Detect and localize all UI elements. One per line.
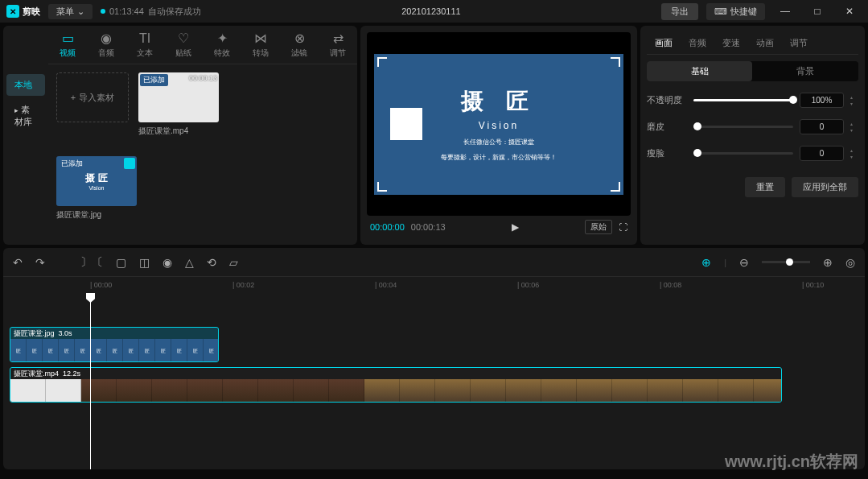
media-name: 摄匠课堂.mp4	[138, 126, 219, 137]
video-icon: ▭	[62, 31, 74, 46]
close-button[interactable]: ✕	[837, 3, 862, 19]
slim-slider[interactable]	[693, 152, 793, 155]
slim-label: 瘦脸	[647, 147, 687, 159]
sidebar-library[interactable]: 素材库	[6, 99, 45, 133]
step-up[interactable]: ▴	[850, 94, 858, 100]
preview-panel: 摄 匠 Vision 长任微信公号：摄匠课堂 每要摄影，设计，新媒，市公营销等等…	[360, 26, 637, 245]
playhead[interactable]	[90, 293, 91, 469]
media-item[interactable]: 已添加 摄 匠Vision 摄匠课堂.jpg	[56, 156, 137, 221]
titlebar: ✕ 剪映 菜单⌄ 01:13:44 自动保存成功 202101230111 导出…	[0, 0, 868, 23]
freeze-button[interactable]: ▱	[229, 256, 238, 269]
play-button[interactable]: ▶	[512, 221, 519, 233]
media-tabs: ▭视频 ◉音频 TI文本 ♡贴纸 ✦特效 ⋈转场 ⊗滤镜 ⇄调节	[48, 26, 357, 64]
smooth-slider[interactable]	[693, 126, 793, 128]
plus-icon: +	[71, 93, 76, 102]
menu-button[interactable]: 菜单⌄	[48, 4, 93, 19]
added-badge: 已添加	[58, 158, 86, 170]
snap-button[interactable]: ⊕	[701, 256, 711, 269]
preview-video[interactable]: 摄 匠 Vision 长任微信公号：摄匠课堂 每要摄影，设计，新媒，市公营销等等…	[367, 32, 631, 216]
zoom-out-button[interactable]: ⊖	[739, 256, 749, 269]
minimize-button[interactable]: —	[773, 3, 797, 19]
rp-tab-adjust[interactable]: 调节	[782, 32, 816, 54]
fullscreen-button[interactable]: ⛶	[619, 222, 627, 232]
text-icon: TI	[139, 31, 150, 46]
rp-tab-audio[interactable]: 音频	[681, 32, 714, 54]
tab-effect[interactable]: ✦特效	[203, 26, 241, 64]
step-down[interactable]: ▾	[850, 127, 858, 133]
subtab-basic[interactable]: 基础	[647, 61, 753, 81]
speed-button[interactable]: ◉	[162, 256, 172, 269]
media-type-icon	[124, 158, 135, 169]
reset-button[interactable]: 重置	[745, 177, 785, 197]
media-item[interactable]: 已添加 00:00:13 摄匠课堂.mp4	[138, 72, 219, 137]
tab-audio[interactable]: ◉音频	[87, 26, 125, 64]
media-name: 摄匠课堂.jpg	[56, 209, 137, 221]
watermark: www.rjtj.cn软荐网	[725, 451, 858, 473]
opacity-slider[interactable]	[693, 99, 793, 101]
crop-button[interactable]: ◫	[139, 256, 150, 269]
split-button[interactable]: 〕〔	[80, 255, 103, 270]
preview-text: 每要摄影，设计，新媒，市公营销等等！	[441, 153, 557, 162]
tab-sticker[interactable]: ♡贴纸	[164, 26, 203, 64]
timeline: ↶ ↷ 〕〔 ▢ ◫ ◉ △ ⟲ ▱ ⊕ | ⊖ ⊕ ◎ | 00:00 | 0…	[3, 248, 865, 469]
step-up[interactable]: ▴	[850, 121, 858, 126]
transition-icon: ⋈	[254, 31, 267, 46]
mirror-button[interactable]: ⟲	[207, 256, 216, 269]
audio-icon: ◉	[101, 31, 112, 46]
current-time: 00:00:00	[370, 222, 405, 232]
media-duration: 00:00:13	[189, 74, 217, 82]
preview-subtitle: Vision	[479, 120, 519, 131]
chevron-down-icon: ⌄	[77, 6, 84, 17]
rp-tab-animation[interactable]: 动画	[748, 32, 782, 54]
tab-video[interactable]: ▭视频	[48, 26, 87, 64]
tab-adjust[interactable]: ⇄调节	[319, 26, 357, 64]
ratio-button[interactable]: 原始	[585, 220, 612, 234]
preview-title: 摄 匠	[461, 86, 537, 117]
app-logo: ✕ 剪映	[6, 5, 40, 18]
app-name: 剪映	[23, 6, 40, 18]
project-name: 202101230111	[209, 6, 653, 16]
smooth-label: 磨皮	[647, 121, 687, 133]
zoom-in-button[interactable]: ⊕	[823, 256, 833, 269]
sidebar-local[interactable]: 本地	[6, 74, 45, 96]
effect-icon: ✦	[217, 31, 228, 46]
timeline-ruler[interactable]: | 00:00 | 00:02 | 00:04 | 00:06 | 00:08 …	[3, 277, 865, 293]
zoom-slider[interactable]	[762, 261, 810, 263]
qr-code	[390, 108, 422, 140]
import-media-button[interactable]: +导入素材	[56, 72, 129, 122]
clip-image[interactable]: 摄匠课堂.jpg 3.0s 匠匠匠匠匠匠匠匠匠匠匠匠匠	[10, 327, 219, 362]
delete-button[interactable]: ▢	[116, 256, 126, 269]
tab-filter[interactable]: ⊗滤镜	[280, 26, 319, 64]
save-dot-icon	[101, 9, 105, 14]
redo-button[interactable]: ↷	[35, 256, 45, 269]
save-status: 01:13:44 自动保存成功	[101, 6, 201, 18]
timeline-tracks[interactable]: 🔊 摄匠课堂.jpg 3.0s 匠匠匠匠匠匠匠匠匠匠匠匠匠 摄匠课堂.mp4 1…	[3, 293, 865, 469]
rotate-button[interactable]: △	[185, 256, 194, 269]
adjust-icon: ⇄	[333, 31, 343, 46]
maximize-button[interactable]: □	[805, 3, 829, 19]
rp-tab-speed[interactable]: 变速	[714, 32, 748, 54]
media-panel: 本地 素材库 ▭视频 ◉音频 TI文本 ♡贴纸 ✦特效 ⋈转场 ⊗滤镜 ⇄调节 …	[3, 26, 357, 245]
undo-button[interactable]: ↶	[13, 256, 23, 269]
logo-icon: ✕	[6, 5, 19, 18]
opacity-value[interactable]: 100%	[800, 93, 844, 108]
added-badge: 已添加	[140, 74, 168, 86]
step-down[interactable]: ▾	[850, 154, 858, 159]
filter-icon: ⊗	[294, 31, 305, 46]
keyboard-icon: ⌨	[714, 6, 727, 17]
clip-video[interactable]: 摄匠课堂.mp4 12.2s	[10, 367, 782, 403]
shortcuts-button[interactable]: ⌨快捷键	[706, 3, 765, 20]
sticker-icon: ♡	[178, 31, 189, 46]
export-button[interactable]: 导出	[661, 3, 698, 20]
rp-tab-picture[interactable]: 画面	[647, 32, 681, 54]
apply-all-button[interactable]: 应用到全部	[792, 177, 858, 197]
tab-transition[interactable]: ⋈转场	[241, 26, 280, 64]
slim-value[interactable]: 0	[800, 146, 844, 161]
step-up[interactable]: ▴	[850, 147, 858, 153]
tab-text[interactable]: TI文本	[125, 26, 164, 64]
zoom-fit-button[interactable]: ◎	[845, 256, 855, 269]
preview-text: 长任微信公号：摄匠课堂	[463, 138, 534, 147]
step-down[interactable]: ▾	[850, 101, 858, 106]
smooth-value[interactable]: 0	[800, 119, 844, 134]
subtab-background[interactable]: 背景	[752, 61, 858, 81]
